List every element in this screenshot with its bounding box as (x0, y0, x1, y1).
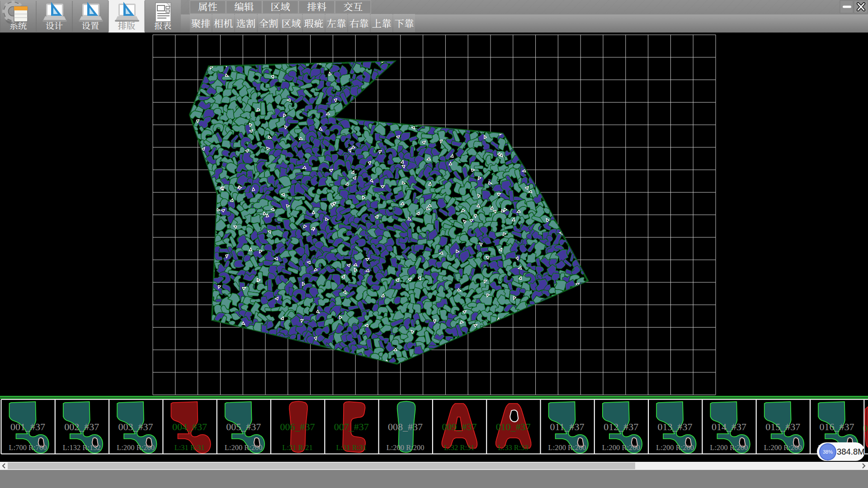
svg-text:010_#37: 010_#37 (496, 421, 531, 432)
svg-text:001_#37: 001_#37 (10, 421, 45, 432)
svg-text:004_#37: 004_#37 (172, 421, 207, 432)
svg-text:L:32 R:31: L:32 R:31 (444, 443, 474, 452)
svg-text:上靠: 上靠 (372, 16, 391, 30)
svg-text:左靠: 左靠 (326, 16, 346, 30)
svg-text:005_#37: 005_#37 (226, 421, 261, 432)
svg-text:015_#37: 015_#37 (765, 421, 800, 432)
svg-text:0: 0 (863, 422, 868, 434)
svg-text:L:200 R:200: L:200 R:200 (548, 443, 586, 452)
svg-text:006_#37: 006_#37 (280, 421, 315, 432)
svg-text:L:31 R:31: L:31 R:31 (175, 443, 205, 452)
svg-text:L:200 R:200: L:200 R:200 (764, 443, 802, 452)
svg-text:瑕疵: 瑕疵 (304, 16, 323, 30)
svg-text:L:200 R:200: L:200 R:200 (387, 443, 425, 452)
svg-text:011_#37: 011_#37 (550, 421, 584, 432)
svg-text:L:21 R:21: L:21 R:21 (282, 443, 312, 452)
svg-text:选割: 选割 (236, 16, 255, 30)
svg-text:L:200 R:200: L:200 R:200 (710, 443, 748, 452)
svg-text:384.8M: 384.8M (837, 447, 865, 456)
svg-text:聚排: 聚排 (191, 16, 210, 30)
svg-text:右靠: 右靠 (349, 16, 368, 30)
svg-text:L:200 R:200: L:200 R:200 (656, 443, 694, 452)
svg-text:003_#37: 003_#37 (118, 421, 153, 432)
svg-text:L:200 R:200: L:200 R:200 (117, 443, 155, 452)
svg-text:区域: 区域 (281, 16, 301, 30)
svg-text:008_#37: 008_#37 (388, 421, 423, 432)
svg-text:012_#37: 012_#37 (604, 421, 638, 432)
svg-text:016_#37: 016_#37 (820, 421, 854, 432)
svg-text:L:33 R:33: L:33 R:33 (498, 443, 528, 452)
svg-text:区域: 区域 (271, 0, 290, 13)
svg-text:013_#37: 013_#37 (658, 421, 693, 432)
svg-text:002_#37: 002_#37 (64, 421, 99, 432)
svg-text:L:31 R:31: L:31 R:31 (336, 443, 367, 452)
svg-text:L:700 R:700: L:700 R:700 (9, 443, 47, 452)
svg-text:L:132 R:132: L:132 R:132 (63, 443, 101, 452)
svg-text:下靠: 下靠 (394, 16, 414, 30)
svg-text:属性: 属性 (198, 0, 217, 13)
svg-text:38%: 38% (823, 449, 833, 455)
svg-text:L:200 R:200: L:200 R:200 (602, 443, 640, 452)
svg-text:相机: 相机 (213, 16, 233, 30)
svg-text:排料: 排料 (307, 0, 327, 13)
svg-text:交互: 交互 (343, 0, 363, 13)
svg-text:009_#37: 009_#37 (442, 421, 476, 432)
svg-text:全割: 全割 (259, 16, 278, 30)
svg-text:L:200 R:200: L:200 R:200 (225, 443, 263, 452)
svg-text:编辑: 编辑 (234, 0, 254, 13)
svg-text:007_#37: 007_#37 (334, 421, 369, 432)
svg-text:014_#37: 014_#37 (712, 421, 746, 432)
